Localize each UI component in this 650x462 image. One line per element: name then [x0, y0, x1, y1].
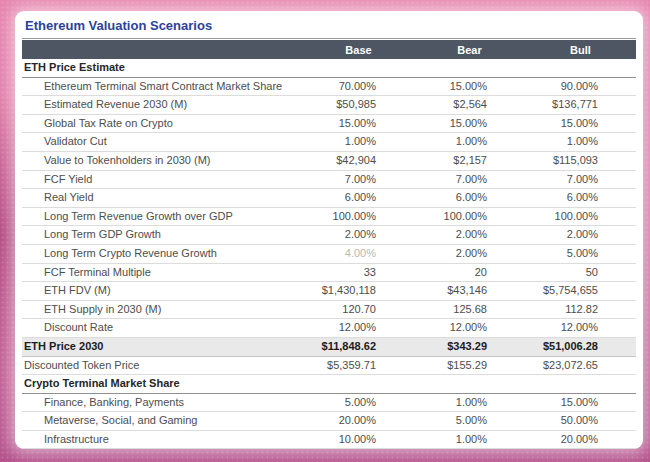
cell-value: 15.00% [303, 114, 414, 133]
table-row: Validator Cut1.00%1.00%1.00% [22, 133, 636, 152]
row-label: Real Yield [22, 189, 303, 208]
row-label: Infrastructure [22, 430, 303, 449]
cell-value: $5,359.71 [303, 356, 414, 375]
cell-value: 90.00% [525, 77, 636, 96]
table-row: FCF Terminal Multiple332050 [22, 263, 636, 282]
table-row: Estimated Revenue 2030 (M)$50,985$2,564$… [22, 96, 636, 115]
cell-value: 50 [525, 263, 636, 282]
cell-value: 100.00% [303, 207, 414, 226]
cell-value: $51,006.28 [525, 337, 636, 356]
cell-value: 12.00% [525, 319, 636, 338]
cell-value [303, 59, 414, 77]
cell-value: $2,157 [414, 151, 525, 170]
row-label: ETH Price Estimate [22, 59, 303, 77]
cell-value [414, 375, 525, 394]
row-label: Discounted Token Price [22, 356, 303, 375]
table-row: Discounted Token Price$5,359.71$155.29$2… [22, 356, 636, 375]
row-label: Crypto Terminal Market Share [22, 375, 303, 394]
table-header: Base Bear Bull [22, 40, 636, 59]
cell-value: 120.70 [303, 300, 414, 319]
row-label: Estimated Revenue 2030 (M) [22, 96, 303, 115]
table-row: ETH Price Estimate [22, 59, 636, 77]
table-row: Finance, Banking, Payments5.00%1.00%15.0… [22, 393, 636, 412]
cell-value: 50.00% [525, 412, 636, 431]
cell-value: 100.00% [525, 207, 636, 226]
table-row: Global Tax Rate on Crypto15.00%15.00%15.… [22, 114, 636, 133]
table-row: Metaverse, Social, and Gaming20.00%5.00%… [22, 412, 636, 431]
cell-value: 5.00% [303, 393, 414, 412]
column-header-bull: Bull [525, 40, 636, 59]
cell-value: 1.00% [414, 430, 525, 449]
row-label: Global Tax Rate on Crypto [22, 114, 303, 133]
column-header-bear: Bear [414, 40, 525, 59]
row-label: FCF Yield [22, 170, 303, 189]
cell-value: $1,430,118 [303, 282, 414, 301]
table-body: ETH Price EstimateEthereum Terminal Smar… [22, 59, 636, 449]
cell-value: 15.00% [414, 77, 525, 96]
page-title: Ethereum Valuation Scenarios [22, 11, 636, 39]
row-label: Finance, Banking, Payments [22, 393, 303, 412]
row-label: Long Term GDP Growth [22, 226, 303, 245]
cell-value: $50,985 [303, 96, 414, 115]
cell-value: 10.00% [303, 430, 414, 449]
row-label: ETH FDV (M) [22, 282, 303, 301]
cell-value: 7.00% [525, 170, 636, 189]
cell-value: 7.00% [303, 170, 414, 189]
cell-value: 6.00% [303, 189, 414, 208]
cell-value: $115,093 [525, 151, 636, 170]
cell-value: 2.00% [414, 226, 525, 245]
cell-value: 12.00% [303, 319, 414, 338]
cell-value: 6.00% [525, 189, 636, 208]
cell-value: 1.00% [414, 393, 525, 412]
row-label: Ethereum Terminal Smart Contract Market … [22, 77, 303, 96]
cell-value: 125.68 [414, 300, 525, 319]
row-label: ETH Supply in 2030 (M) [22, 300, 303, 319]
cell-value: $155.29 [414, 356, 525, 375]
table-row: Real Yield6.00%6.00%6.00% [22, 189, 636, 208]
cell-value: 2.00% [525, 226, 636, 245]
cell-value: 1.00% [525, 133, 636, 152]
page-background: { "title": "Ethereum Valuation Scenarios… [0, 0, 650, 462]
row-label: Value to Tokenholders in 2030 (M) [22, 151, 303, 170]
table-row: Long Term Crypto Revenue Growth4.00%2.00… [22, 244, 636, 263]
cell-value [414, 59, 525, 77]
cell-value: 20.00% [525, 430, 636, 449]
cell-value: 1.00% [303, 133, 414, 152]
table-row: Long Term GDP Growth2.00%2.00%2.00% [22, 226, 636, 245]
cell-value: 7.00% [414, 170, 525, 189]
cell-value: 70.00% [303, 77, 414, 96]
cell-value: 20.00% [303, 412, 414, 431]
cell-value [303, 375, 414, 394]
row-label: Long Term Crypto Revenue Growth [22, 244, 303, 263]
table-row: Long Term Revenue Growth over GDP100.00%… [22, 207, 636, 226]
valuation-table: Base Bear Bull ETH Price EstimateEthereu… [22, 40, 636, 449]
cell-value: $23,072.65 [525, 356, 636, 375]
cell-value: $11,848.62 [303, 337, 414, 356]
cell-value: 15.00% [414, 114, 525, 133]
cell-value: $42,904 [303, 151, 414, 170]
row-label: FCF Terminal Multiple [22, 263, 303, 282]
cell-value: $343.29 [414, 337, 525, 356]
cell-value [525, 375, 636, 394]
table-row: ETH Supply in 2030 (M)120.70125.68112.82 [22, 300, 636, 319]
cell-value [525, 59, 636, 77]
cell-value: $43,146 [414, 282, 525, 301]
table-row: ETH FDV (M)$1,430,118$43,146$5,754,655 [22, 282, 636, 301]
cell-value: 112.82 [525, 300, 636, 319]
table-row: Discount Rate12.00%12.00%12.00% [22, 319, 636, 338]
cell-value: $2,564 [414, 96, 525, 115]
cell-value: 2.00% [303, 226, 414, 245]
cell-value: 100.00% [414, 207, 525, 226]
cell-value: 4.00% [303, 244, 414, 263]
cell-value: 20 [414, 263, 525, 282]
row-label: Metaverse, Social, and Gaming [22, 412, 303, 431]
table-row: Ethereum Terminal Smart Contract Market … [22, 77, 636, 96]
cell-value: $5,754,655 [525, 282, 636, 301]
cell-value: 5.00% [525, 244, 636, 263]
table-row: Infrastructure10.00%1.00%20.00% [22, 430, 636, 449]
header-row: Base Bear Bull [22, 40, 636, 59]
column-header-base: Base [303, 40, 414, 59]
valuation-card: Ethereum Valuation Scenarios Base Bear B… [15, 11, 643, 449]
cell-value: $136,771 [525, 96, 636, 115]
cell-value: 15.00% [525, 114, 636, 133]
